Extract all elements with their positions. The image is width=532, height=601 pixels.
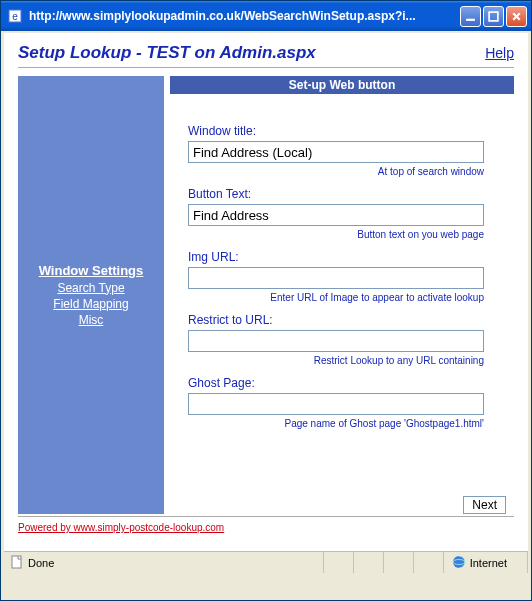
globe-icon bbox=[452, 555, 466, 571]
sidebar: Window Settings Search Type Field Mappin… bbox=[18, 76, 164, 514]
sidebar-link-field-mapping[interactable]: Field Mapping bbox=[53, 297, 128, 311]
hint-button-text: Button text on you web page bbox=[188, 229, 484, 240]
sidebar-link-search-type[interactable]: Search Type bbox=[57, 281, 124, 295]
document-icon bbox=[10, 555, 24, 571]
svg-rect-3 bbox=[489, 12, 498, 21]
input-button-text[interactable] bbox=[188, 204, 484, 226]
hint-restrict-url: Restrict Lookup to any URL containing bbox=[188, 355, 484, 366]
divider bbox=[18, 516, 514, 517]
label-restrict-url: Restrict to URL: bbox=[188, 313, 506, 327]
next-button[interactable]: Next bbox=[463, 496, 506, 514]
status-text: Done bbox=[28, 557, 54, 569]
window-title: http://www.simplylookupadmin.co.uk/WebSe… bbox=[29, 9, 460, 23]
divider bbox=[18, 67, 514, 68]
input-ghost-page[interactable] bbox=[188, 393, 484, 415]
sidebar-link-misc[interactable]: Misc bbox=[79, 313, 104, 327]
label-img-url: Img URL: bbox=[188, 250, 506, 264]
svg-text:e: e bbox=[12, 11, 18, 22]
label-button-text: Button Text: bbox=[188, 187, 506, 201]
help-link[interactable]: Help bbox=[485, 45, 514, 61]
status-cell bbox=[354, 552, 384, 573]
powered-by-link[interactable]: Powered by www.simply-postcode-lookup.co… bbox=[18, 522, 224, 533]
page-title: Setup Lookup - TEST on Admin.aspx bbox=[18, 43, 316, 63]
status-cell bbox=[384, 552, 414, 573]
svg-rect-2 bbox=[466, 18, 475, 20]
hint-window-title: At top of search window bbox=[188, 166, 484, 177]
label-ghost-page: Ghost Page: bbox=[188, 376, 506, 390]
minimize-button[interactable] bbox=[460, 6, 481, 27]
label-window-title: Window title: bbox=[188, 124, 506, 138]
main-panel: Set-up Web button Window title: At top o… bbox=[170, 76, 514, 514]
input-restrict-url[interactable] bbox=[188, 330, 484, 352]
status-cell bbox=[324, 552, 354, 573]
sidebar-selected-item[interactable]: Window Settings bbox=[39, 263, 144, 278]
ie-icon: e bbox=[7, 8, 23, 24]
window-titlebar: e http://www.simplylookupadmin.co.uk/Web… bbox=[1, 1, 531, 31]
input-img-url[interactable] bbox=[188, 267, 484, 289]
status-cell bbox=[414, 552, 444, 573]
maximize-button[interactable] bbox=[483, 6, 504, 27]
client-area: Setup Lookup - TEST on Admin.aspx Help W… bbox=[4, 33, 528, 573]
hint-img-url: Enter URL of Image to appear to activate… bbox=[188, 292, 484, 303]
svg-rect-6 bbox=[12, 556, 21, 568]
section-heading: Set-up Web button bbox=[170, 76, 514, 94]
close-button[interactable] bbox=[506, 6, 527, 27]
hint-ghost-page: Page name of Ghost page 'Ghostpage1.html… bbox=[188, 418, 484, 429]
input-window-title[interactable] bbox=[188, 141, 484, 163]
status-bar: Done Internet bbox=[4, 551, 528, 573]
zone-text: Internet bbox=[470, 557, 507, 569]
